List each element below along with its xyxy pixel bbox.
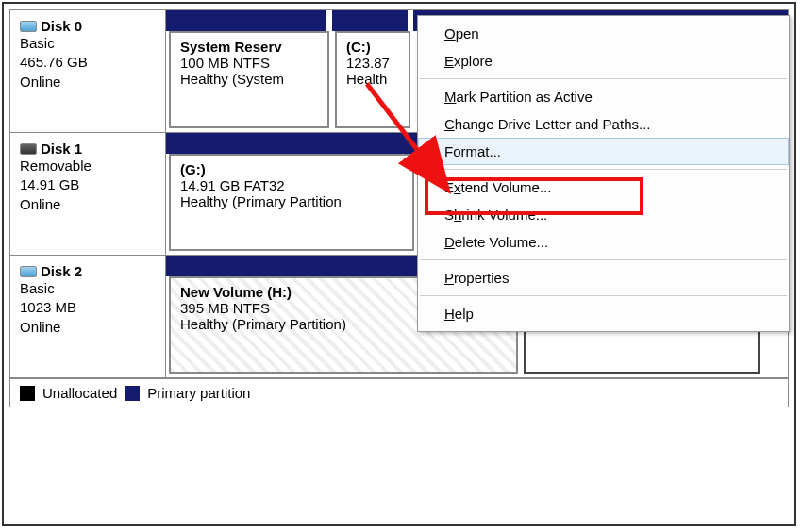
- partition-status: Health: [346, 71, 399, 87]
- partition-c[interactable]: (C:) 123.87 Health: [335, 31, 410, 128]
- menu-shrink[interactable]: Shrink Volume...: [418, 201, 789, 228]
- menu-change-letter[interactable]: Change Drive Letter and Paths...: [418, 110, 789, 138]
- disk-label: Disk 2: [41, 263, 82, 279]
- disk-size: 1023 MB: [20, 298, 156, 317]
- legend-swatch-primary: [125, 386, 140, 401]
- disk-size: 14.91 GB: [20, 175, 156, 194]
- disk-status: Online: [20, 318, 156, 337]
- disk-icon: [20, 21, 37, 32]
- partition-status: Healthy (Primary Partition: [180, 193, 403, 209]
- disk-type: Basic: [20, 279, 156, 298]
- disk-label: Disk 0: [41, 18, 82, 34]
- menu-delete[interactable]: Delete Volume...: [418, 228, 789, 256]
- partition-label: System Reserv: [180, 39, 318, 55]
- partition-size: 14.91 GB FAT32: [180, 177, 403, 193]
- disk-info[interactable]: Disk 2 Basic 1023 MB Online: [10, 256, 166, 377]
- partition-g[interactable]: (G:) 14.91 GB FAT32 Healthy (Primary Par…: [169, 154, 414, 251]
- menu-explore[interactable]: Explore: [418, 47, 789, 75]
- disk-status: Online: [20, 195, 156, 214]
- disk-icon: [20, 143, 37, 155]
- disk-icon: [20, 266, 37, 277]
- disk-info[interactable]: Disk 1 Removable 14.91 GB Online: [10, 133, 166, 255]
- partition-size: 123.87: [346, 55, 399, 71]
- menu-properties[interactable]: Properties: [418, 264, 789, 291]
- disk-management-window: Disk 0 Basic 465.76 GB Online System Res…: [2, 2, 796, 526]
- disk-type: Removable: [20, 157, 156, 175]
- disk-label: Disk 1: [41, 141, 82, 157]
- partition-size: 100 MB NTFS: [180, 55, 318, 71]
- disk-info[interactable]: Disk 0 Basic 465.76 GB Online: [10, 10, 166, 132]
- legend: Unallocated Primary partition: [10, 378, 788, 407]
- menu-format[interactable]: Format...: [418, 138, 789, 165]
- menu-separator: [420, 259, 787, 260]
- legend-label-unallocated: Unallocated: [42, 385, 117, 401]
- menu-help[interactable]: Help: [418, 300, 789, 327]
- partition-system-reserved[interactable]: System Reserv 100 MB NTFS Healthy (Syste…: [169, 31, 329, 128]
- menu-mark-active[interactable]: Mark Partition as Active: [418, 83, 789, 110]
- partition-label: (C:): [346, 39, 399, 55]
- legend-label-primary: Primary partition: [147, 385, 250, 401]
- menu-separator: [420, 295, 787, 296]
- disk-type: Basic: [20, 34, 156, 53]
- menu-separator: [420, 169, 787, 170]
- disk-size: 465.76 GB: [20, 53, 156, 72]
- partition-status: Healthy (System: [180, 71, 318, 87]
- context-menu: Open Explore Mark Partition as Active Ch…: [417, 15, 790, 332]
- menu-open[interactable]: Open: [418, 20, 789, 47]
- partition-label: (G:): [180, 161, 403, 177]
- disk-status: Online: [20, 73, 156, 91]
- menu-separator: [420, 78, 787, 79]
- legend-swatch-unallocated: [20, 386, 35, 401]
- menu-extend[interactable]: Extend Volume...: [418, 174, 789, 201]
